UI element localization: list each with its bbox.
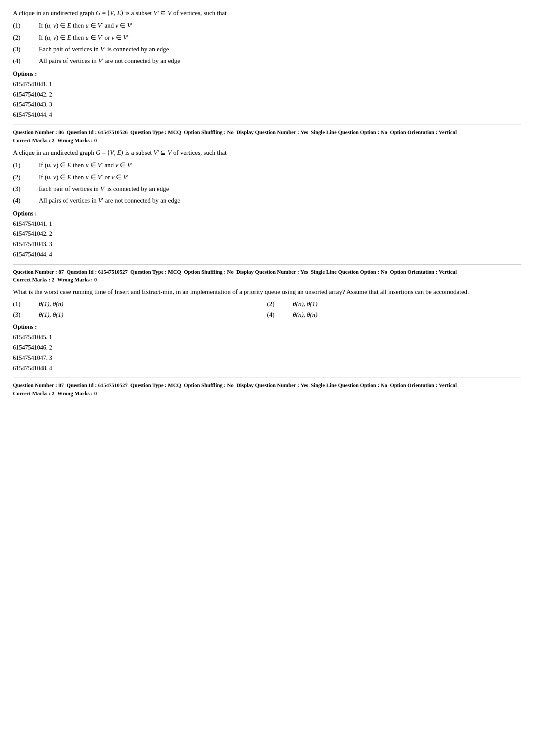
question-85-top: A clique in an undirected graph G = ⟨V, … bbox=[13, 8, 521, 120]
option-row: (1) If (u, v) ∈ E then u ∈ V′ and v ∈ V′ bbox=[13, 22, 521, 29]
option-row: (3) Each pair of vertices in V′ is conne… bbox=[13, 185, 521, 193]
math-g: G bbox=[96, 149, 100, 156]
option-row: (1) If (u, v) ∈ E then u ∈ V′ and v ∈ V′ bbox=[13, 161, 521, 169]
option-num: (4) bbox=[267, 311, 293, 319]
option-id: 61547541042. 2 bbox=[13, 231, 52, 237]
math-g: G bbox=[96, 9, 100, 16]
option-num: (2) bbox=[13, 34, 39, 41]
option-text: If (u, v) ∈ E then u ∈ V′ or v ∈ V′ bbox=[39, 173, 129, 181]
math-v: V bbox=[110, 9, 114, 16]
question-text: A clique in an undirected graph G = ⟨V, … bbox=[13, 147, 521, 158]
option-text: θ(n), θ(n) bbox=[293, 311, 317, 319]
option-id: 61547541042. 2 bbox=[13, 91, 52, 98]
option-num: (1) bbox=[13, 300, 39, 308]
option-row: (2) If (u, v) ∈ E then u ∈ V′ or v ∈ V′ bbox=[13, 34, 521, 41]
question-87-meta2: Question Number : 87 Question Id : 61547… bbox=[13, 378, 521, 390]
option-num: (1) bbox=[13, 22, 39, 29]
option-text: θ(n), θ(1) bbox=[293, 300, 317, 308]
answer-ids: Options : 61547541041. 1 61547541042. 2 … bbox=[13, 69, 521, 120]
option-row: (1) θ(1), θ(n) bbox=[13, 300, 267, 308]
option-row: (3) θ(1), θ(1) bbox=[13, 311, 267, 319]
question-86-body: A clique in an undirected graph G = ⟨V, … bbox=[13, 147, 521, 260]
question-text: What is the worst case running time of I… bbox=[13, 287, 521, 297]
option-row: (2) If (u, v) ∈ E then u ∈ V′ or v ∈ V′ bbox=[13, 173, 521, 181]
option-text: If (u, v) ∈ E then u ∈ V′ or v ∈ V′ bbox=[39, 34, 129, 41]
option-id: 61547541048. 4 bbox=[13, 365, 52, 372]
option-text: If (u, v) ∈ E then u ∈ V′ and v ∈ V′ bbox=[39, 161, 133, 169]
option-text: Each pair of vertices in V′ is connected… bbox=[39, 46, 169, 53]
option-text: If (u, v) ∈ E then u ∈ V′ and v ∈ V′ bbox=[39, 22, 133, 29]
correct-marks-87-2: Correct Marks : 2 Wrong Marks : 0 bbox=[13, 390, 521, 397]
math-vprime: V′ bbox=[153, 9, 158, 16]
option-row: (3) Each pair of vertices in V′ is conne… bbox=[13, 46, 521, 53]
option-num: (1) bbox=[13, 162, 39, 169]
option-text: All pairs of vertices in V′ are not conn… bbox=[39, 197, 180, 204]
option-num: (3) bbox=[13, 185, 39, 193]
option-num: (2) bbox=[267, 300, 293, 308]
option-id: 61547541044. 4 bbox=[13, 112, 52, 118]
option-row: (4) All pairs of vertices in V′ are not … bbox=[13, 197, 521, 204]
option-text: All pairs of vertices in V′ are not conn… bbox=[39, 57, 180, 65]
options-list: (1) If (u, v) ∈ E then u ∈ V′ and v ∈ V′… bbox=[13, 22, 521, 65]
answer-ids: Options : 61547541045. 1 61547541046. 2 … bbox=[13, 322, 521, 373]
question-87-body: What is the worst case running time of I… bbox=[13, 287, 521, 373]
option-num: (4) bbox=[13, 197, 39, 204]
options-label: Options : bbox=[13, 71, 37, 77]
question-86-meta: Question Number : 86 Question Id : 61547… bbox=[13, 125, 521, 137]
option-num: (3) bbox=[13, 311, 39, 319]
option-num: (2) bbox=[13, 174, 39, 181]
options-label: Options : bbox=[13, 324, 37, 330]
option-row: (4) All pairs of vertices in V′ are not … bbox=[13, 57, 521, 65]
option-id: 61547541043. 3 bbox=[13, 101, 52, 108]
math-v2: V bbox=[168, 9, 171, 16]
options-label: Options : bbox=[13, 210, 37, 217]
option-id: 61547541041. 1 bbox=[13, 221, 52, 227]
answer-ids: Options : 61547541041. 1 61547541042. 2 … bbox=[13, 209, 521, 260]
option-row: (4) θ(n), θ(n) bbox=[267, 311, 521, 319]
option-row: (2) θ(n), θ(1) bbox=[267, 300, 521, 308]
option-id: 61547541044. 4 bbox=[13, 251, 52, 258]
option-text: θ(1), θ(n) bbox=[39, 300, 63, 308]
option-id: 61547541041. 1 bbox=[13, 81, 52, 87]
option-num: (3) bbox=[13, 46, 39, 53]
question-text: A clique in an undirected graph G = ⟨V, … bbox=[13, 8, 521, 18]
math-v: V bbox=[110, 149, 114, 156]
math-e: E bbox=[117, 9, 121, 16]
option-id: 61547541046. 2 bbox=[13, 344, 52, 351]
option-text: θ(1), θ(1) bbox=[39, 311, 63, 319]
math-e: E bbox=[117, 149, 121, 156]
options-horizontal: (1) θ(1), θ(n) (2) θ(n), θ(1) (3) θ(1), … bbox=[13, 300, 521, 319]
option-id: 61547541043. 3 bbox=[13, 241, 52, 247]
correct-marks-87: Correct Marks : 2 Wrong Marks : 0 bbox=[13, 277, 521, 283]
option-id: 61547541045. 1 bbox=[13, 334, 52, 341]
math-vprime: V′ bbox=[153, 149, 158, 156]
option-num: (4) bbox=[13, 57, 39, 65]
correct-marks-86: Correct Marks : 2 Wrong Marks : 0 bbox=[13, 137, 521, 144]
math-v2: V bbox=[168, 149, 171, 156]
option-id: 61547541047. 3 bbox=[13, 355, 52, 361]
option-text: Each pair of vertices in V′ is connected… bbox=[39, 185, 169, 193]
question-87-meta: Question Number : 87 Question Id : 61547… bbox=[13, 264, 521, 276]
options-list: (1) If (u, v) ∈ E then u ∈ V′ and v ∈ V′… bbox=[13, 161, 521, 204]
